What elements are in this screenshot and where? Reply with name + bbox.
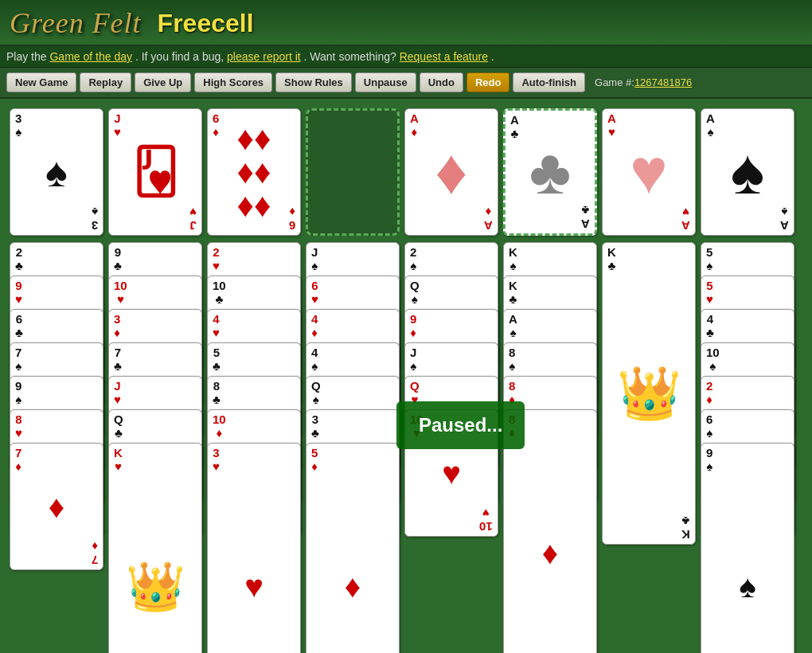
game-number-label: Game #: [595,76,634,88]
undo-button[interactable]: Undo [420,72,463,92]
column-5-stack: 2♠ ♠ 2♠ Q♠ 👸 Q♠ 9♦ ♦ 9♦ J♠ 🤴 J♠ [404,242,498,640]
info-text-3: . Want something? [304,50,400,63]
column-3: 2♥ ♥ 2♥ 10♣ ♣ 10♣ 4♥ ♥ 4♥ 5♣ ♣ 5♣ [207,242,301,640]
card-center-suit: ♦ [435,140,468,204]
card-8d2[interactable]: 8♦ ♦ 8♦ [503,409,597,653]
card-rank-suit-tl: J♥ [114,112,121,139]
card-rank-suit-br: 3♠ [92,205,98,232]
card-center-suit: ♠ [45,151,68,193]
toolbar: New Game Replay Give Up High Scores Show… [0,68,812,99]
card-kc2[interactable]: K♣ 👑 K♣ [602,242,696,545]
card-center-suit: ♠ [731,140,765,204]
card-9s2[interactable]: 9♠ ♠ 9♠ [701,443,794,653]
card-center-suit: ♥ [630,140,668,204]
unpause-button[interactable]: Unpause [355,72,416,92]
freecell-1[interactable]: 3♠ ♠ 3♠ [10,108,103,236]
game-of-day-link[interactable]: Game of the day [49,50,132,63]
card-rank-suit-tl: A♣ [510,114,519,140]
card-5d[interactable]: 5♦ ♦ 5♦ [306,443,400,653]
column-4: J♠ 🤴 J♠ 6♥ ♥ 6♥ 4♦ ♦ 4♦ 4♠ ♠ 4♠ [306,242,400,640]
card-rank-suit-br: A♣ [581,204,590,230]
card-7d[interactable]: 7♦ ♦ 7♦ [10,443,103,570]
redo-button[interactable]: Redo [467,72,510,92]
column-2-stack: 9♣ ♣ 9♣ 10♥ ♥ 10♥ 3♦ ♦ 3♦ 7♣ ♣ 7♣ [108,242,202,624]
card-rank-suit-tl: A♥ [607,112,616,139]
card-rank-suit-br: J♥ [189,205,197,232]
column-6: K♠ 👑 K♠ K♣ 👑 K♣ A♠ ♠ A♠ 8♠ ♠ 8♠ [503,242,597,640]
game-number-link[interactable]: 1267481876 [634,76,692,88]
card-center-suit: ♦♦♦♦♦♦ [237,122,271,222]
column-1-stack: 2♣ ♣ 2♣ 9♥ ♥ 9♥ 6♣ ♣ 6♣ 7♠ ♠ 7♠ [10,242,103,577]
freecell-4[interactable] [306,108,400,236]
info-text-1: Play the [6,50,49,63]
column-7-stack: K♣ 👑 K♣ [602,242,696,640]
app-header: Green Felt Freecell [0,0,812,46]
column-8-stack: 5♠ ♠ 5♠ 5♥ ♥ 5♥ 4♣ ♣ 4♣ 10♠ ♠ 10♠ [701,242,794,640]
card-rank-suit-br: 6♦ [289,205,295,232]
give-up-button[interactable]: Give Up [135,72,191,92]
card-10h2[interactable]: 10♥ ♥ 10♥ [404,409,498,537]
replay-button[interactable]: Replay [80,72,131,92]
game-number-display: Game #:1267481876 [595,76,692,88]
column-1: 2♣ ♣ 2♣ 9♥ ♥ 9♥ 6♣ ♣ 6♣ 7♠ ♠ 7♠ [10,242,103,640]
auto-finish-button[interactable]: Auto-finish [513,72,585,92]
card-rank-suit-tl: A♠ [706,112,715,139]
column-8: 5♠ ♠ 5♠ 5♥ ♥ 5♥ 4♣ ♣ 4♣ 10♠ ♠ 10♠ [701,242,794,640]
column-5: 2♠ ♠ 2♠ Q♠ 👸 Q♠ 9♦ ♦ 9♦ J♠ 🤴 J♠ [404,242,498,640]
high-scores-button[interactable]: High Scores [194,72,272,92]
freecell-3[interactable]: 6♦ ♦♦♦♦♦♦ 6♦ [207,108,301,236]
column-2: 9♣ ♣ 9♣ 10♥ ♥ 10♥ 3♦ ♦ 3♦ 7♣ ♣ 7♣ [108,242,202,640]
card-kh-col2[interactable]: K♥ 👑 K♥ [108,443,202,653]
column-7: K♣ 👑 K♣ [602,242,696,640]
card-rank-suit-br: A♠ [780,205,789,232]
face-card-figure: 🂻 [133,147,178,197]
request-feature-link[interactable]: Request a feature [400,50,488,63]
new-game-button[interactable]: New Game [6,72,76,92]
game-area: 3♠ ♠ 3♠ J♥ 🂻 J♥ 6♦ ♦♦♦♦♦♦ 6♦ A♦ ♦ A♦ A♣ … [0,99,812,647]
card-rank-suit-br: A♦ [484,205,493,232]
top-row: 3♠ ♠ 3♠ J♥ 🂻 J♥ 6♦ ♦♦♦♦♦♦ 6♦ A♦ ♦ A♦ A♣ … [6,105,806,236]
report-bug-link[interactable]: please report it [227,50,301,63]
columns-row: 2♣ ♣ 2♣ 9♥ ♥ 9♥ 6♣ ♣ 6♣ 7♠ ♠ 7♠ [6,242,806,640]
foundation-3[interactable]: A♥ ♥ A♥ [602,108,696,236]
info-text-4: . [491,50,494,63]
card-center-suit: ♣ [529,140,572,204]
column-3-stack: 2♥ ♥ 2♥ 10♣ ♣ 10♣ 4♥ ♥ 4♥ 5♣ ♣ 5♣ [207,242,301,640]
card-3h[interactable]: 3♥ ♥ 3♥ [207,443,301,653]
freecell-2[interactable]: J♥ 🂻 J♥ [108,108,202,236]
info-bar: Play the Game of the day . If you find a… [0,46,812,68]
column-4-stack: J♠ 🤴 J♠ 6♥ ♥ 6♥ 4♦ ♦ 4♦ 4♠ ♠ 4♠ [306,242,400,640]
foundation-1[interactable]: A♦ ♦ A♦ [404,108,498,236]
show-rules-button[interactable]: Show Rules [275,72,352,92]
game-title: Freecell [158,9,254,38]
column-6-stack: K♠ 👑 K♠ K♣ 👑 K♣ A♠ ♠ A♠ 8♠ ♠ 8♠ [503,242,597,640]
foundation-2[interactable]: A♣ ♣ A♣ [503,108,597,236]
card-rank-suit-tl: 3♠ [15,112,21,139]
card-rank-suit-tl: 6♦ [213,112,219,139]
app-logo: Green Felt [10,6,142,40]
card-rank-suit-br: A♥ [681,205,690,232]
card-rank-suit-tl: A♦ [410,112,419,139]
info-text-2: . If you find a bug, [135,50,227,63]
foundation-4[interactable]: A♠ ♠ A♠ [701,108,794,236]
